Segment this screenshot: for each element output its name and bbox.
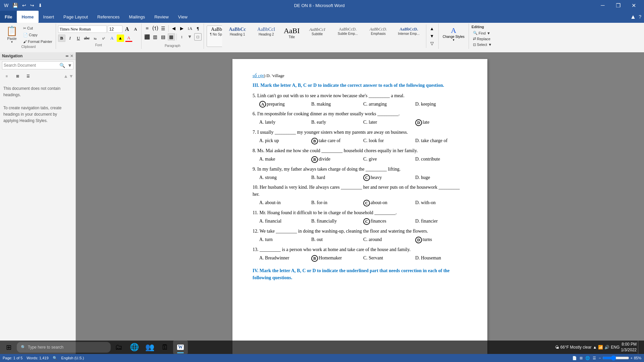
paragraph-label: Paragraph bbox=[144, 44, 202, 48]
styles-more[interactable]: ▽ bbox=[428, 40, 436, 47]
menu-home[interactable]: Home bbox=[17, 11, 38, 23]
align-center-btn[interactable]: ▥ bbox=[152, 33, 159, 41]
menu-mailings[interactable]: Mailings bbox=[124, 11, 150, 23]
taskbar-teams[interactable]: 👥 bbox=[142, 341, 157, 354]
dropdown-btn[interactable]: ⬇ bbox=[37, 2, 44, 9]
nav-resize-btn[interactable]: ⬌ bbox=[65, 54, 69, 58]
menu-insert[interactable]: Insert bbox=[39, 11, 59, 23]
show-formatting-btn[interactable]: ¶ bbox=[194, 25, 202, 32]
highlight-btn[interactable]: ▲ bbox=[117, 35, 124, 42]
line-spacing-btn[interactable]: ↕ bbox=[178, 33, 185, 41]
shading-btn[interactable]: ▼ bbox=[186, 33, 194, 41]
question-13: 13. _________ is a person who work at ho… bbox=[253, 246, 467, 253]
style-subtitle[interactable]: AaBbCcI Subtitle bbox=[304, 25, 331, 47]
style-heading1[interactable]: AaBbCc Heading 1 bbox=[224, 25, 251, 47]
decrease-indent-btn[interactable]: ◀ bbox=[170, 25, 177, 32]
change-styles-btn[interactable]: A Change Styles ▼ bbox=[441, 25, 466, 43]
font-color-btn[interactable]: A bbox=[125, 35, 132, 42]
shrink-font-btn[interactable]: A bbox=[132, 25, 139, 33]
nav-search-box[interactable]: 🔍 ▼ bbox=[2, 61, 73, 69]
minimize-btn[interactable]: ─ bbox=[595, 0, 610, 11]
nav-pages-btn[interactable]: ⊞ bbox=[13, 72, 22, 80]
start-btn[interactable]: ⊞ bbox=[1, 341, 16, 354]
menu-review[interactable]: Review bbox=[150, 11, 173, 23]
nav-results-btn[interactable]: ☰ bbox=[23, 72, 33, 80]
borders-btn[interactable]: □ bbox=[194, 33, 202, 41]
taskbar-search[interactable]: 🔍 Type here to search bbox=[17, 342, 111, 353]
style-emphasis[interactable]: AaBbCcD. Emphasis bbox=[365, 25, 392, 47]
zoom-slider[interactable] bbox=[602, 355, 629, 361]
increase-indent-btn[interactable]: ▶ bbox=[178, 25, 185, 32]
cut-btn[interactable]: ✂ Cut bbox=[22, 25, 54, 32]
help-btn[interactable]: ? bbox=[639, 14, 641, 19]
style-subtle-emphasis[interactable]: AaBbCcD. Subtle Emp... bbox=[333, 25, 363, 47]
taskbar-chrome[interactable]: 🌐 bbox=[127, 341, 142, 354]
undo-btn[interactable]: ↩ bbox=[21, 2, 28, 9]
nav-next-btn[interactable]: ▼ bbox=[69, 73, 73, 79]
view-web-icon[interactable]: 🌐 bbox=[585, 356, 590, 360]
save-btn[interactable]: 💾 bbox=[11, 2, 19, 9]
multilevel-btn[interactable]: ☰ bbox=[160, 25, 167, 32]
font-size-input[interactable] bbox=[108, 25, 122, 33]
align-right-btn[interactable]: ▤ bbox=[160, 33, 167, 41]
font-family-input[interactable] bbox=[58, 25, 107, 33]
grow-font-btn[interactable]: A bbox=[123, 25, 131, 33]
nav-search-dropdown[interactable]: ▼ bbox=[66, 63, 73, 68]
styles-scroll-down[interactable]: ▼ bbox=[428, 33, 436, 40]
style-heading2[interactable]: AaBbCcI Heading 2 bbox=[253, 25, 280, 47]
menu-page-layout[interactable]: Page Layout bbox=[59, 11, 93, 23]
align-left-btn[interactable]: ⬛ bbox=[144, 33, 151, 41]
taskbar-search-icon: 🔍 bbox=[21, 345, 26, 350]
nav-prev-btn[interactable]: ▲ bbox=[63, 73, 68, 79]
taskbar-word[interactable]: W bbox=[173, 341, 188, 354]
view-fullscreen-icon[interactable]: ⊞ bbox=[580, 356, 583, 360]
nav-search-icon[interactable]: 🔍 bbox=[58, 63, 66, 68]
text-effects-btn[interactable]: A bbox=[108, 35, 116, 42]
redo-btn[interactable]: ↪ bbox=[29, 2, 36, 9]
numbering-btn[interactable]: ⑴ bbox=[152, 25, 159, 32]
nav-close-btn[interactable]: ✕ bbox=[70, 54, 73, 58]
style-intense-emphasis[interactable]: AaBbCcD. Intense Emp... bbox=[394, 25, 424, 47]
zoom-control: − + 85% bbox=[599, 355, 641, 361]
taskbar-file-explorer[interactable]: 🗂 bbox=[111, 341, 126, 354]
bold-btn[interactable]: B bbox=[58, 35, 65, 42]
paste-btn[interactable]: 📋 Paste ▼ bbox=[3, 24, 20, 45]
status-language: English (U.S.) bbox=[61, 356, 84, 360]
italic-btn[interactable]: I bbox=[66, 35, 74, 42]
view-print-icon[interactable]: 📄 bbox=[572, 356, 577, 360]
nav-search-input[interactable] bbox=[2, 62, 58, 68]
restore-btn[interactable]: ❐ bbox=[610, 0, 626, 11]
view-outline-icon[interactable]: ☰ bbox=[593, 356, 596, 360]
ribbon-toggle[interactable]: ▲ bbox=[630, 13, 636, 20]
nav-headings-btn[interactable]: ≡ bbox=[2, 72, 11, 80]
bullets-btn[interactable]: ≡ bbox=[144, 25, 151, 32]
subscript-btn[interactable]: x₂ bbox=[92, 35, 99, 42]
replace-btn[interactable]: ⇄ Replace bbox=[472, 36, 500, 42]
justify-btn[interactable]: ▦ bbox=[168, 33, 175, 41]
select-btn[interactable]: ⊡ Select ▼ bbox=[472, 42, 500, 48]
title-bar-left: W 💾 ↩ ↪ ⬇ bbox=[3, 2, 44, 9]
taskbar-right: 🌤 66°F Mostly clear ▲ 📶 🔊 ENG 8:00 PM 1/… bbox=[555, 341, 643, 354]
menu-references[interactable]: References bbox=[93, 11, 124, 23]
strikethrough-btn[interactable]: abc bbox=[83, 35, 91, 42]
style-no-spacing[interactable]: AaBbCcI ¶ No Spacing bbox=[207, 25, 222, 47]
close-btn[interactable]: ✕ bbox=[626, 0, 641, 11]
menu-file[interactable]: File bbox=[0, 11, 17, 23]
taskbar-calendar[interactable]: 🗓 bbox=[158, 341, 172, 354]
menu-view[interactable]: View bbox=[173, 11, 192, 23]
status-right: 📄 ⊞ 🌐 ☰ − + 85% bbox=[572, 355, 641, 361]
document-area[interactable]: số cọt) D. 'village III. Mark the letter… bbox=[76, 52, 644, 354]
zoom-in-btn[interactable]: + bbox=[631, 356, 633, 360]
superscript-btn[interactable]: x² bbox=[100, 35, 107, 42]
sort-btn[interactable]: ↕A bbox=[186, 25, 194, 32]
styles-scroll-up[interactable]: ▲ bbox=[428, 25, 436, 33]
style-title[interactable]: AaBI Title bbox=[282, 25, 302, 47]
show-desktop-btn[interactable] bbox=[638, 341, 640, 354]
q6-d-circle: D bbox=[415, 119, 422, 126]
zoom-out-btn[interactable]: − bbox=[599, 356, 601, 360]
copy-btn[interactable]: 📄 Copy bbox=[22, 32, 54, 38]
format-painter-btn[interactable]: 🖌 Format Painter bbox=[22, 38, 54, 45]
underline-btn[interactable]: U bbox=[75, 35, 82, 42]
find-btn[interactable]: 🔍 Find ▼ bbox=[472, 30, 500, 36]
word-icon[interactable]: W bbox=[3, 2, 10, 9]
